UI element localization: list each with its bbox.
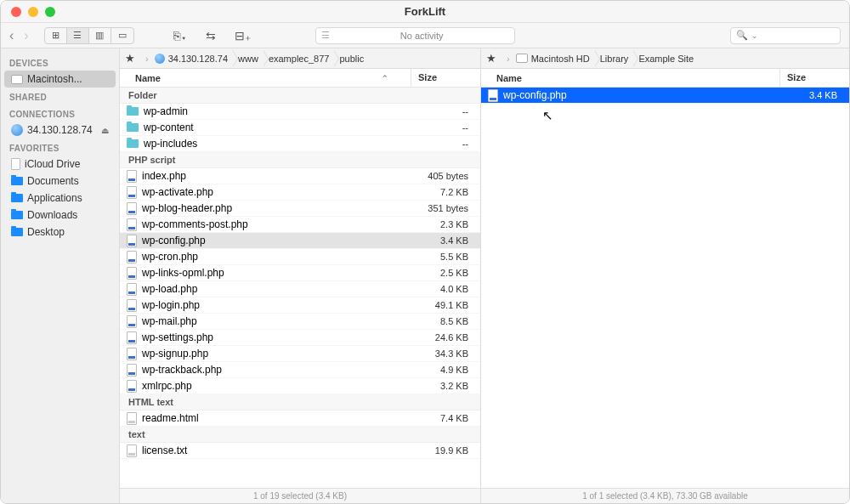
favorite-star-icon[interactable]: ★ <box>481 52 502 65</box>
file-name: wp-config.php <box>142 235 206 246</box>
file-icon <box>127 412 137 425</box>
disk-icon <box>516 53 528 65</box>
close-window-button[interactable] <box>11 7 21 17</box>
sidebar-item[interactable]: Documents <box>4 173 116 190</box>
back-button[interactable]: ‹ <box>9 28 14 43</box>
sidebar-item[interactable]: Applications <box>4 190 116 207</box>
sidebar-item[interactable]: Downloads <box>4 207 116 224</box>
right-breadcrumb: ★ ›Macintosh HDLibraryExample Site <box>481 48 849 69</box>
file-icon <box>127 299 137 312</box>
file-icon <box>127 267 137 280</box>
right-file-list[interactable]: wp-config.php3.4 KB <box>481 88 849 488</box>
file-size: 405 bytes <box>409 171 473 181</box>
folder-icon <box>127 139 139 148</box>
name-column-header[interactable]: Name <box>481 69 779 87</box>
forward-button[interactable]: › <box>24 28 28 43</box>
sidebar-item[interactable]: iCloud Drive <box>4 156 116 173</box>
size-column-header[interactable]: Size <box>779 69 849 87</box>
breadcrumb-item[interactable]: ›Macintosh HD <box>502 48 595 68</box>
file-row[interactable]: wp-includes-- <box>120 136 480 152</box>
file-icon <box>127 218 137 231</box>
minimize-window-button[interactable] <box>28 7 38 17</box>
file-name: wp-admin <box>144 105 188 117</box>
sidebar-item-label: Macintosh... <box>27 73 82 85</box>
file-row[interactable]: wp-links-opml.php2.5 KB <box>120 265 480 281</box>
breadcrumb-item[interactable]: www <box>233 48 264 68</box>
file-row[interactable]: wp-comments-post.php2.3 KB <box>120 217 480 233</box>
file-name: wp-cron.php <box>142 251 198 263</box>
file-row[interactable]: wp-content-- <box>120 120 480 136</box>
file-row[interactable]: wp-settings.php24.6 KB <box>120 330 480 346</box>
sort-caret-icon: ⌃ <box>382 74 388 82</box>
breadcrumb-item[interactable]: public <box>334 48 369 68</box>
file-row[interactable]: wp-config.php3.4 KB <box>481 88 849 104</box>
file-size: 19.9 KB <box>409 445 473 456</box>
file-row[interactable]: wp-signup.php34.3 KB <box>120 346 480 362</box>
file-name: wp-activate.php <box>142 186 213 198</box>
breadcrumb-item[interactable]: Example Site <box>633 48 699 68</box>
file-row[interactable]: xmlrpc.php3.2 KB <box>120 378 480 394</box>
zoom-window-button[interactable] <box>45 7 55 17</box>
action-menu-button[interactable]: ⎘▾ <box>168 29 192 42</box>
group-header: text <box>120 427 480 443</box>
right-column-header[interactable]: Name Size <box>481 69 849 88</box>
file-size: -- <box>409 122 473 133</box>
file-name: wp-mail.php <box>142 315 197 327</box>
file-row[interactable]: index.php405 bytes <box>120 168 480 184</box>
file-row[interactable]: wp-mail.php8.5 KB <box>120 314 480 330</box>
file-name: wp-content <box>144 122 194 133</box>
list-view-button[interactable]: ☰ <box>67 28 89 43</box>
sidebar: DEVICESMacintosh...SHAREDCONNECTIONS34.1… <box>1 48 120 503</box>
sidebar-item[interactable]: Macintosh... <box>4 71 116 88</box>
file-row[interactable]: readme.html7.4 KB <box>120 411 480 427</box>
sidebar-section-header: FAVORITES <box>1 139 119 156</box>
file-size: 7.4 KB <box>409 413 473 423</box>
icon-view-button[interactable]: ⊞ <box>45 28 67 43</box>
sidebar-item[interactable]: Desktop <box>4 224 116 241</box>
file-row[interactable]: wp-blog-header.php351 bytes <box>120 201 480 217</box>
file-name: wp-signup.php <box>142 348 208 360</box>
breadcrumb-item[interactable]: ›34.130.128.74 <box>140 48 233 68</box>
size-column-header[interactable]: Size <box>411 69 480 87</box>
sidebar-section-header: DEVICES <box>1 54 119 71</box>
view-switcher[interactable]: ⊞ ☰ ▥ ▭ <box>44 27 134 44</box>
file-size: 3.2 KB <box>409 381 473 391</box>
sidebar-item[interactable]: 34.130.128.74⏏ <box>4 122 116 139</box>
file-row[interactable]: license.txt19.9 KB <box>120 443 480 459</box>
disk-icon <box>11 73 23 85</box>
file-row[interactable]: wp-admin-- <box>120 104 480 120</box>
favorite-star-icon[interactable]: ★ <box>120 52 140 65</box>
file-name: index.php <box>142 170 186 182</box>
file-row[interactable]: wp-load.php4.0 KB <box>120 281 480 297</box>
name-column-header[interactable]: Name⌃ <box>120 69 411 87</box>
sidebar-item-label: Downloads <box>27 209 77 221</box>
sync-button[interactable]: ⇆ <box>201 29 221 42</box>
file-icon <box>127 170 137 183</box>
file-name: wp-trackback.php <box>142 364 222 376</box>
left-column-header[interactable]: Name⌃ Size <box>120 69 480 88</box>
file-row[interactable]: wp-config.php3.4 KB <box>120 233 480 249</box>
breadcrumb-item[interactable]: examplec_877 <box>264 48 335 68</box>
column-view-button[interactable]: ▥ <box>89 28 111 43</box>
file-row[interactable]: wp-cron.php5.5 KB <box>120 249 480 265</box>
search-input[interactable]: ⌄ <box>730 27 841 44</box>
file-size: 4.9 KB <box>409 365 473 375</box>
file-icon <box>127 202 137 215</box>
document-icon <box>11 158 20 170</box>
file-row[interactable]: wp-trackback.php4.9 KB <box>120 362 480 378</box>
eject-icon[interactable]: ⏏ <box>101 126 109 135</box>
file-size: -- <box>409 106 473 116</box>
folder-icon <box>11 211 23 219</box>
file-row[interactable]: wp-login.php49.1 KB <box>120 297 480 314</box>
gallery-view-button[interactable]: ▭ <box>111 28 133 43</box>
group-header: Folder <box>120 88 480 104</box>
sidebar-item-label: Desktop <box>27 226 65 238</box>
file-row[interactable]: wp-activate.php7.2 KB <box>120 184 480 201</box>
queue-button[interactable]: ⊟₊ <box>230 29 256 42</box>
breadcrumb-item[interactable]: Library <box>595 48 634 68</box>
file-size: 49.1 KB <box>409 300 473 310</box>
breadcrumb-label: examplec_877 <box>269 54 330 64</box>
left-file-list[interactable]: Folderwp-admin--wp-content--wp-includes-… <box>120 88 480 488</box>
file-icon <box>127 364 137 377</box>
file-size: 3.4 KB <box>778 90 842 100</box>
